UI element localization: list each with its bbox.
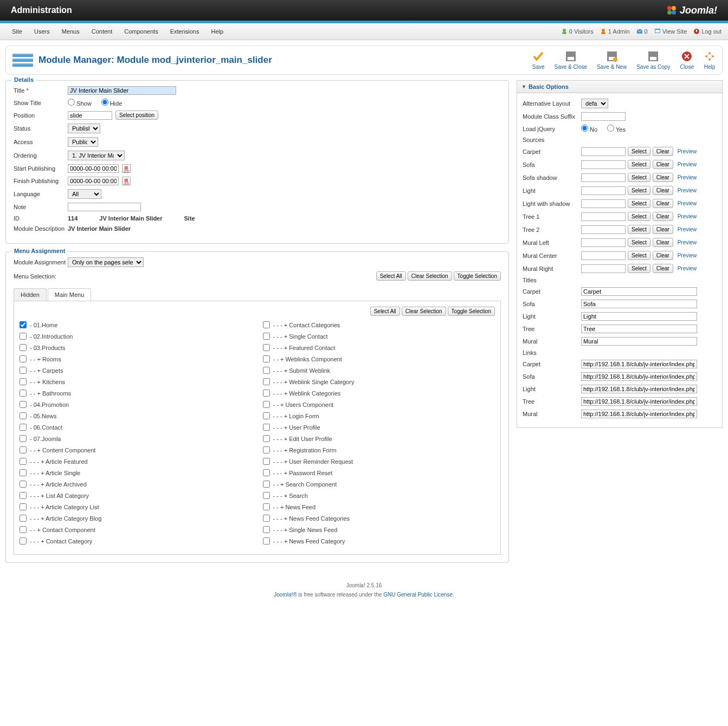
startpub-input[interactable]: [68, 164, 119, 173]
preview-link[interactable]: Preview: [678, 226, 697, 232]
menu-item-checkbox[interactable]: - - - + Contact Category: [20, 537, 252, 544]
clear-button[interactable]: Clear: [653, 160, 673, 169]
calendar-icon[interactable]: ▦23: [122, 177, 131, 185]
title-text-input[interactable]: [581, 300, 697, 308]
menu-item-checkbox[interactable]: - 01.Home: [20, 321, 252, 328]
title-text-input[interactable]: [581, 325, 697, 333]
menu-item-checkbox[interactable]: - - - + Article Category List: [20, 503, 252, 510]
menu-item-checkbox[interactable]: - - - + User Reminder Request: [263, 458, 495, 465]
menu-item-checkbox[interactable]: - 07.Joomla: [20, 435, 252, 442]
menu-site[interactable]: Site: [7, 26, 28, 37]
preview-link[interactable]: Preview: [678, 252, 697, 258]
clear-button[interactable]: Clear: [653, 147, 673, 156]
tab-hidden[interactable]: Hidden: [14, 288, 47, 301]
save-close-button[interactable]: Save & Close: [555, 50, 588, 70]
source-input[interactable]: [581, 264, 626, 273]
view-site-link[interactable]: View Site: [654, 28, 687, 35]
menu-item-checkbox[interactable]: - - + Rooms: [20, 355, 252, 362]
finishpub-input[interactable]: [68, 177, 119, 185]
menu-item-checkbox[interactable]: - 04.Promotion: [20, 401, 252, 408]
position-input[interactable]: [68, 111, 112, 120]
menu-item-checkbox[interactable]: - - - + Password Reset: [263, 469, 495, 476]
select-button[interactable]: Select: [628, 264, 650, 273]
preview-link[interactable]: Preview: [678, 200, 697, 206]
select-button[interactable]: Select: [628, 173, 650, 182]
menu-item-checkbox[interactable]: - - - + Article Single: [20, 469, 252, 476]
menu-item-checkbox[interactable]: - 05.News: [20, 412, 252, 419]
menu-item-checkbox[interactable]: - - + Contact Component: [20, 526, 252, 533]
preview-link[interactable]: Preview: [678, 174, 697, 180]
source-input[interactable]: [581, 238, 626, 247]
menu-menus[interactable]: Menus: [56, 26, 85, 37]
preview-link[interactable]: Preview: [678, 265, 697, 271]
menu-item-checkbox[interactable]: - - - + Article Category Blog: [20, 515, 252, 522]
menu-item-checkbox[interactable]: - - - + User Profile: [263, 424, 495, 431]
menu-extensions[interactable]: Extensions: [165, 26, 205, 37]
menu-item-checkbox[interactable]: - - - + Edit User Profile: [263, 435, 495, 442]
ordering-select[interactable]: 1. JV Interior Main Slider: [68, 151, 125, 160]
help-button[interactable]: Help: [704, 50, 716, 70]
footer-license-link[interactable]: GNU General Public License.: [383, 592, 454, 598]
preview-link[interactable]: Preview: [678, 148, 697, 154]
select-button[interactable]: Select: [628, 147, 650, 156]
select-button[interactable]: Select: [628, 199, 650, 208]
menu-item-checkbox[interactable]: - - + Weblinks Component: [263, 355, 495, 362]
clear-button[interactable]: Clear: [653, 199, 673, 208]
link-input[interactable]: [581, 410, 697, 418]
suffix-input[interactable]: [581, 112, 626, 121]
assign-select[interactable]: Only on the pages selected: [68, 257, 144, 267]
menu-help[interactable]: Help: [205, 26, 229, 37]
menu-item-checkbox[interactable]: - - - + Search: [263, 492, 495, 499]
menu-item-checkbox[interactable]: - - - + Single News Feed: [263, 526, 495, 533]
close-button[interactable]: Close: [680, 50, 694, 70]
clear-button[interactable]: Clear: [653, 264, 673, 273]
title-input[interactable]: [68, 86, 176, 95]
select-all-button[interactable]: Select All: [376, 271, 406, 281]
access-select[interactable]: Public: [68, 137, 98, 147]
tab-main-menu[interactable]: Main Menu: [48, 288, 91, 301]
link-input[interactable]: [581, 397, 697, 406]
menu-item-checkbox[interactable]: - - - + Featured Contact: [263, 344, 495, 351]
preview-link[interactable]: Preview: [678, 213, 697, 219]
toggle-selection-button[interactable]: Toggle Selection: [454, 271, 501, 281]
menu-item-checkbox[interactable]: - - - + Weblink Categories: [263, 390, 495, 397]
menu-item-checkbox[interactable]: - - + Search Component: [263, 481, 495, 488]
menu-item-checkbox[interactable]: - - - + Registration Form: [263, 446, 495, 453]
accordion-header[interactable]: ▼ Basic Options: [517, 81, 722, 93]
menu-item-checkbox[interactable]: - - + Bathrooms: [20, 390, 252, 397]
hide-radio[interactable]: Hide: [101, 99, 123, 107]
title-text-input[interactable]: [581, 312, 697, 321]
menu-item-checkbox[interactable]: - 06.Contact: [20, 424, 252, 431]
preview-link[interactable]: Preview: [678, 187, 697, 193]
select-button[interactable]: Select: [628, 251, 650, 260]
clear-button[interactable]: Clear: [653, 212, 673, 221]
title-text-input[interactable]: [581, 287, 697, 296]
source-input[interactable]: [581, 160, 626, 169]
menu-item-checkbox[interactable]: - - + Carpets: [20, 367, 252, 374]
select-button[interactable]: Select: [628, 186, 650, 195]
menu-users[interactable]: Users: [29, 26, 55, 37]
language-select[interactable]: All: [68, 189, 101, 199]
save-new-button[interactable]: Save & New: [597, 50, 627, 70]
note-input[interactable]: [68, 203, 141, 211]
source-input[interactable]: [581, 199, 626, 208]
preview-link[interactable]: Preview: [678, 161, 697, 167]
menu-item-checkbox[interactable]: - - + Content Component: [20, 446, 252, 453]
clear-button[interactable]: Clear: [653, 173, 673, 182]
select-button[interactable]: Select: [628, 212, 650, 221]
select-button[interactable]: Select: [628, 238, 650, 247]
source-input[interactable]: [581, 251, 626, 260]
messages-status[interactable]: 0: [636, 28, 648, 35]
inner-toggle-selection-button[interactable]: Toggle Selection: [448, 307, 495, 316]
save-button[interactable]: Save: [532, 50, 545, 70]
menu-item-checkbox[interactable]: - - - + Single Contact: [263, 333, 495, 340]
save-copy-button[interactable]: Save as Copy: [636, 50, 670, 70]
menu-item-checkbox[interactable]: - - - + Article Archived: [20, 481, 252, 488]
menu-item-checkbox[interactable]: - - - + List All Category: [20, 492, 252, 499]
source-input[interactable]: [581, 212, 626, 221]
menu-content[interactable]: Content: [86, 26, 118, 37]
footer-joomla-link[interactable]: Joomla!®: [274, 592, 297, 598]
clear-button[interactable]: Clear: [653, 186, 673, 195]
menu-item-checkbox[interactable]: - 02.Introduction: [20, 333, 252, 340]
inner-clear-selection-button[interactable]: Clear Selection: [402, 307, 446, 316]
